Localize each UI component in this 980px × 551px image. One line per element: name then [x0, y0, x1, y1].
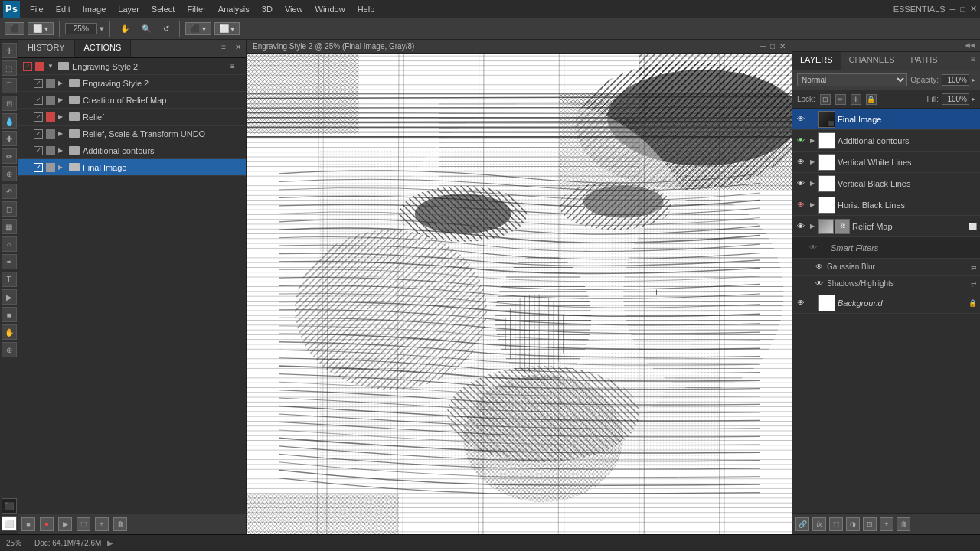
hand-tool-strip[interactable]: ✋ [2, 324, 17, 340]
panel-close-btn[interactable]: ✕ [230, 40, 246, 57]
paths-tab[interactable]: PATHS [903, 52, 946, 70]
new-set-btn[interactable]: ⬚ [77, 517, 90, 531]
record-btn[interactable]: ● [40, 517, 54, 531]
layer-expand-arrow[interactable]: ▶ [808, 178, 816, 189]
new-layer-btn[interactable]: + [880, 517, 893, 531]
canvas-restore[interactable]: □ [770, 42, 775, 51]
zoom-input[interactable] [65, 23, 97, 34]
toolbar-screen-btn[interactable]: ⬜ ▾ [28, 22, 54, 35]
layer-vertical-white[interactable]: 👁 ▶ Vertical White Lines [792, 152, 980, 173]
filter-eye[interactable]: 👁 [814, 262, 825, 271]
layer-expand-arrow[interactable]: ▶ [808, 221, 816, 232]
fx-btn[interactable]: fx [812, 517, 826, 531]
menu-help[interactable]: Help [352, 3, 381, 15]
menu-3d[interactable]: 3D [256, 3, 278, 15]
filter-options[interactable]: ⇄ [971, 280, 977, 288]
window-minimize[interactable]: ─ [950, 5, 956, 14]
menu-select[interactable]: Select [146, 3, 181, 15]
action-options[interactable]: ≡ [230, 62, 241, 70]
layer-expand-arrow[interactable]: ▶ [808, 157, 816, 168]
hand-tool[interactable]: ✋ [116, 23, 134, 34]
toolbar-stamp-btn[interactable]: ⬛ [5, 22, 24, 35]
layer-horis-black[interactable]: 👁 ▶ Horis. Black Lines [792, 194, 980, 216]
right-panel-menu[interactable]: ≡ [966, 52, 980, 70]
window-close[interactable]: ✕ [970, 4, 977, 14]
foreground-color[interactable]: ⬛ [2, 498, 17, 514]
crop-tool[interactable]: ⊡ [2, 96, 17, 111]
delete-btn[interactable]: 🗑 [113, 517, 127, 531]
fill-input[interactable] [942, 93, 969, 105]
new-group-btn[interactable]: ⊡ [863, 517, 877, 531]
actions-tab[interactable]: ACTIONS [75, 40, 132, 57]
play-btn[interactable]: ▶ [58, 517, 72, 531]
layer-final-image[interactable]: 👁 ⬛ Final Image [792, 109, 980, 130]
opacity-arrow[interactable]: ▸ [972, 77, 975, 83]
new-action-btn[interactable]: + [95, 517, 109, 531]
filter-eye[interactable]: 👁 [814, 279, 825, 288]
layer-relief-map[interactable]: 👁 ▶ ⛓ Relief Map ⬜ [792, 216, 980, 237]
layer-visibility-eye[interactable]: 👁 [795, 200, 806, 210]
layer-visibility-eye[interactable]: 👁 [795, 157, 806, 168]
dodge-tool[interactable]: ○ [2, 236, 17, 252]
menu-window[interactable]: Window [310, 3, 351, 15]
filter-shadows-highlights[interactable]: 👁 Shadows/Highlights ⇄ [792, 276, 980, 292]
status-arrow[interactable]: ▶ [107, 539, 113, 547]
filter-options[interactable]: ⇄ [971, 263, 977, 271]
layer-expand-arrow[interactable] [808, 114, 816, 125]
fill-arrow[interactable]: ▸ [972, 96, 975, 103]
layer-visibility-eye[interactable]: 👁 [795, 135, 806, 146]
pen-tool[interactable]: ✒ [2, 254, 17, 269]
action-item[interactable]: ✓ ▶ Additional contours [18, 142, 246, 159]
filter-gaussian-blur[interactable]: 👁 Gaussian Blur ⇄ [792, 259, 980, 276]
lasso-tool[interactable]: ⌒ [2, 78, 17, 93]
action-item[interactable]: ✓ ▶ Creation of Relief Map [18, 92, 246, 109]
menu-filter[interactable]: Filter [181, 3, 211, 15]
rotate-tool[interactable]: ↺ [158, 23, 174, 34]
zoom-tool-strip[interactable]: ⊕ [2, 342, 17, 357]
zoom-dropdown[interactable]: ▾ [100, 24, 104, 34]
zoom-tool[interactable]: 🔍 [137, 23, 155, 34]
action-item[interactable]: ✓ ▼ Engraving Style 2 ≡ [18, 58, 246, 75]
eraser-tool[interactable]: ◻ [2, 201, 17, 217]
lock-move-btn[interactable]: ✛ [851, 94, 861, 105]
shape-tool[interactable]: ■ [2, 307, 17, 322]
blend-mode-select[interactable]: Normal [797, 73, 907, 86]
history-tab[interactable]: HISTORY [18, 40, 75, 57]
eyedrop-tool[interactable]: 💧 [2, 113, 17, 129]
menu-edit[interactable]: Edit [51, 3, 76, 15]
layer-visibility-eye[interactable]: 👁 [795, 298, 806, 308]
layers-tab[interactable]: LAYERS [792, 52, 841, 70]
gradient-tool[interactable]: ▦ [2, 219, 17, 234]
panel-collapse-btn[interactable]: ◀◀ [965, 41, 975, 50]
layer-expand-arrow[interactable]: ▶ [808, 135, 816, 146]
action-item[interactable]: ✓ ▶ Relief [18, 109, 246, 126]
link-layers-btn[interactable]: 🔗 [795, 517, 809, 531]
menu-layer[interactable]: Layer [113, 3, 145, 15]
lock-transparent-btn[interactable]: ⊡ [820, 94, 831, 105]
stop-btn[interactable]: ■ [21, 517, 35, 531]
menu-view[interactable]: View [279, 3, 309, 15]
layer-background[interactable]: 👁 Background 🔒 [792, 292, 980, 314]
panel-menu-btn[interactable]: ≡ [217, 40, 230, 57]
lock-all-btn[interactable]: 🔒 [866, 94, 877, 105]
essentials-label[interactable]: ESSENTIALS [893, 5, 946, 14]
action-item[interactable]: ✓ ▶ Engraving Style 2 [18, 75, 246, 92]
action-item-final-image[interactable]: ✓ ▶ Final Image [18, 159, 246, 176]
brush-tool[interactable]: ✏ [2, 148, 17, 164]
layer-visibility-eye[interactable]: 👁 [795, 114, 806, 125]
add-mask-btn[interactable]: ⬚ [829, 517, 843, 531]
view-mode-btn[interactable]: ⬛ ▾ [185, 22, 211, 35]
clone-tool[interactable]: ⊕ [2, 166, 17, 181]
type-tool[interactable]: T [2, 272, 17, 287]
layer-expand-arrow[interactable]: ▶ [808, 200, 816, 210]
layer-visibility-eye[interactable]: 👁 [795, 178, 806, 189]
layer-visibility-eye[interactable]: 👁 [795, 221, 806, 232]
canvas-close[interactable]: ✕ [779, 42, 786, 51]
delete-layer-btn[interactable]: 🗑 [897, 517, 910, 531]
adjustment-btn[interactable]: ◑ [846, 517, 860, 531]
heal-tool[interactable]: ✚ [2, 131, 17, 146]
action-item[interactable]: ✓ ▶ Relief, Scale & Transform UNDO [18, 126, 246, 142]
canvas-minimize[interactable]: ─ [760, 42, 766, 51]
select-tool[interactable]: ⬚ [2, 60, 17, 76]
background-color[interactable]: ⬜ [2, 516, 17, 531]
